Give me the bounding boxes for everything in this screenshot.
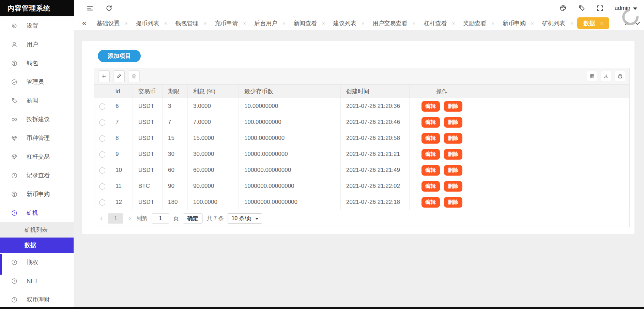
delete-button[interactable]: 删除 (444, 197, 462, 208)
sidebar-item-管理员[interactable]: 管理员 (0, 72, 74, 91)
sidebar-scrollbar[interactable] (0, 254, 2, 275)
tab-close-icon[interactable]: × (570, 21, 573, 26)
sidebar-item-新币申购[interactable]: 新币申购 (0, 185, 74, 204)
sidebar-item-设置[interactable]: 设置 (0, 16, 74, 35)
fullscreen-icon[interactable] (596, 4, 604, 12)
delete-button[interactable]: 删除 (444, 149, 462, 160)
delete-button[interactable]: 删除 (444, 117, 462, 128)
delete-row-button[interactable] (128, 70, 140, 82)
confirm-page-button[interactable]: 确定 (183, 213, 203, 224)
delete-button[interactable]: 删除 (444, 133, 462, 144)
filter-columns-icon[interactable] (587, 71, 597, 81)
tab-close-icon[interactable]: × (491, 21, 494, 26)
tab-active[interactable]: 数据× (577, 17, 609, 29)
cell-created: 2021-07-26 21:21:49 (341, 162, 410, 178)
edit-row-button[interactable] (113, 70, 125, 82)
tab-close-icon[interactable]: × (125, 21, 128, 26)
sidebar-item-投拆建议[interactable]: 投拆建议 (0, 110, 74, 129)
tab-item[interactable]: 新闻查看× (290, 17, 329, 29)
cell-id: 10 (110, 162, 133, 178)
tab-label: 用户交易查看 (373, 19, 408, 27)
tab-label: 钱包管理 (175, 19, 199, 27)
sidebar-item-新闻[interactable]: 新闻 (0, 91, 74, 110)
tab-close-icon[interactable]: × (322, 21, 325, 26)
tab-item[interactable]: 矿机列表× (538, 17, 578, 29)
tabs-scroll-left-icon[interactable]: « (82, 19, 86, 27)
tab-close-icon[interactable]: × (282, 21, 286, 26)
tab-close-icon[interactable]: × (164, 21, 167, 26)
sidebar-subitem-数据[interactable]: 数据 (0, 238, 74, 253)
cell-interest: 7.0000 (188, 114, 239, 130)
sidebar-item-label: 设置 (27, 22, 38, 30)
tab-close-icon[interactable]: × (243, 21, 246, 26)
row-radio[interactable] (99, 167, 105, 174)
current-page[interactable]: 1 (108, 213, 123, 224)
row-radio[interactable] (99, 199, 105, 206)
row-radio[interactable] (99, 183, 105, 190)
sidebar-item-用户[interactable]: 用户 (0, 35, 74, 54)
sidebar-item-期权[interactable]: 期权 (0, 253, 74, 272)
add-item-button[interactable]: 添加项目 (98, 50, 141, 62)
sidebar-item-矿机[interactable]: 矿机 (0, 204, 74, 222)
tab-item[interactable]: 新币申购× (499, 17, 538, 29)
tab-item[interactable]: 后台用户× (250, 17, 290, 29)
user-icon (11, 41, 18, 48)
cell-empty (474, 162, 629, 178)
add-row-button[interactable] (98, 70, 110, 82)
cell-empty (474, 194, 629, 210)
tab-close-icon[interactable]: × (204, 21, 207, 26)
goto-page-input[interactable] (152, 213, 169, 224)
clock-icon (11, 296, 18, 303)
tab-item[interactable]: 用户交易查看× (369, 17, 420, 29)
tab-item[interactable]: 基础设置× (92, 17, 132, 29)
tab-item[interactable]: 奖励查看× (459, 17, 499, 29)
sidebar-item-钱包[interactable]: 钱包 (0, 54, 74, 72)
next-page-icon[interactable]: › (127, 215, 132, 222)
tab-item[interactable]: 充币申请× (211, 17, 250, 29)
tab-close-icon[interactable]: × (413, 21, 416, 26)
tab-close-icon[interactable]: × (531, 21, 534, 26)
cell-interest: 15.0000 (188, 130, 239, 146)
row-radio[interactable] (99, 135, 105, 142)
sidebar-item-币种管理[interactable]: 币种管理 (0, 129, 74, 147)
cell-min-deposit: 1000000.00000000 (239, 178, 341, 194)
print-icon[interactable] (615, 71, 625, 81)
row-radio[interactable] (99, 151, 105, 158)
tab-item[interactable]: 建议列表× (329, 17, 369, 29)
refresh-icon[interactable] (105, 4, 113, 12)
sidebar-item-记录查看[interactable]: 记录查看 (0, 166, 74, 185)
delete-button[interactable]: 删除 (444, 181, 462, 192)
edit-button[interactable]: 编辑 (421, 181, 440, 192)
sidebar-item-label: 新闻 (27, 97, 38, 104)
edit-button[interactable]: 编辑 (421, 101, 440, 112)
delete-button[interactable]: 删除 (444, 165, 462, 176)
edit-button[interactable]: 编辑 (421, 149, 440, 160)
edit-button[interactable]: 编辑 (421, 197, 440, 208)
sidebar-item-双币理财[interactable]: 双币理财 (0, 290, 74, 309)
tab-label: 建议列表 (333, 19, 356, 27)
cell-created: 2021-07-26 21:20:46 (341, 114, 410, 130)
tag-icon[interactable] (578, 4, 585, 12)
tab-close-icon[interactable]: × (600, 21, 603, 26)
edit-button[interactable]: 编辑 (421, 165, 440, 176)
tab-close-icon[interactable]: × (452, 21, 455, 26)
tab-label: 杠杆查看 (424, 19, 447, 27)
sidebar-item-NFT[interactable]: NFT (0, 272, 74, 290)
edit-button[interactable]: 编辑 (421, 117, 440, 128)
row-radio[interactable] (99, 119, 105, 126)
tab-close-icon[interactable]: × (362, 21, 365, 26)
edit-button[interactable]: 编辑 (421, 133, 440, 144)
menu-fold-icon[interactable] (86, 4, 94, 12)
tab-item[interactable]: 杠杆查看× (419, 17, 459, 29)
palette-icon[interactable] (559, 4, 567, 12)
tab-item[interactable]: 提币列表× (132, 17, 171, 29)
table-toolbar (94, 68, 629, 84)
delete-button[interactable]: 删除 (444, 101, 462, 112)
tab-item[interactable]: 钱包管理× (171, 17, 211, 29)
export-icon[interactable] (601, 71, 611, 81)
prev-page-icon[interactable]: ‹ (99, 215, 104, 222)
row-radio[interactable] (99, 103, 105, 110)
sidebar-subitem-矿机列表[interactable]: 矿机列表 (0, 222, 74, 238)
page-size-select[interactable]: 10 条/页 (228, 213, 262, 224)
sidebar-item-杠杆交易[interactable]: 杠杆交易 (0, 147, 74, 166)
